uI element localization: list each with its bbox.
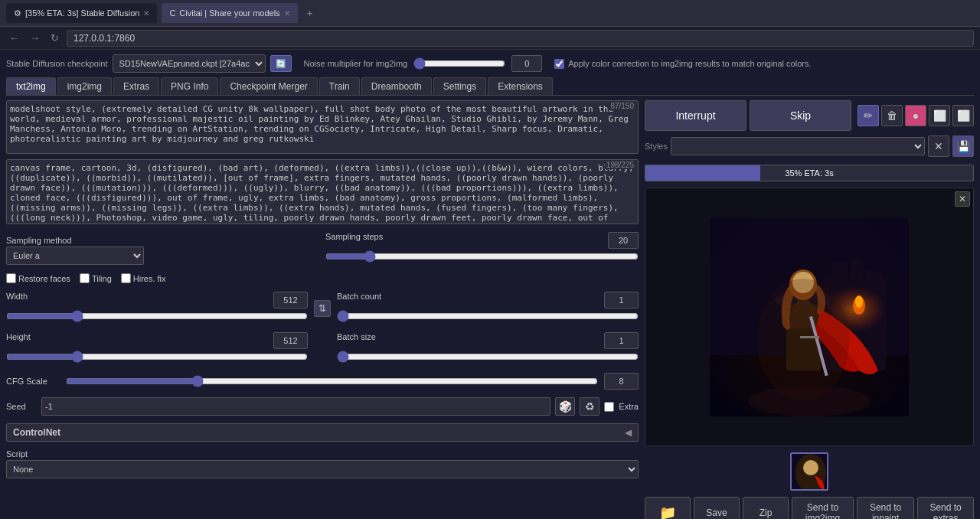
nav-bar: ← → ↻ <box>0 27 980 50</box>
refresh-btn[interactable]: ↻ <box>47 31 62 45</box>
thumbnail-strip <box>645 452 974 491</box>
icon-pink-btn[interactable]: ● <box>905 105 926 126</box>
icon-gray2-btn[interactable]: ⬜ <box>952 105 974 126</box>
height-batchsize-row: Height 512 Batch size 1 <box>6 332 639 365</box>
sampling-steps-value[interactable]: 20 <box>608 232 639 249</box>
script-label: Script <box>6 449 639 459</box>
batch-size-label: Batch size <box>337 332 376 349</box>
back-btn[interactable]: ← <box>6 31 22 45</box>
seed-extra-checkbox[interactable] <box>604 402 614 412</box>
stable-diffusion-app: Stable Diffusion checkpoint SD15NewVAEpr… <box>0 50 980 519</box>
tab-civitai[interactable]: C Civitai | Share your models ✕ <box>162 3 297 23</box>
batch-size-value[interactable]: 1 <box>604 332 639 349</box>
zip-btn[interactable]: Zip <box>743 497 789 519</box>
color-correction-label: Apply color correction to img2img result… <box>568 59 811 68</box>
sampling-steps-slider[interactable] <box>325 250 639 263</box>
restore-faces-label[interactable]: Restore faces <box>6 273 70 283</box>
tab-stable-diffusion[interactable]: ⚙ [35% ETA: 3s] Stable Diffusion ✕ <box>6 3 157 23</box>
send-to-img2img-btn[interactable]: Send to img2img <box>792 497 854 519</box>
tab-btn-img2img[interactable]: img2img <box>57 77 112 95</box>
controlnet-row[interactable]: ControlNet ◀ <box>6 423 639 442</box>
tiling-checkbox[interactable] <box>80 273 90 283</box>
seed-dice-btn[interactable]: 🎲 <box>555 397 575 416</box>
cfg-value[interactable]: 8 <box>604 373 639 390</box>
image-area: ✕ <box>645 188 974 446</box>
icon-trash-btn[interactable]: 🗑 <box>881 105 903 126</box>
svg-point-18 <box>757 279 849 401</box>
tab-btn-settings[interactable]: Settings <box>433 77 486 95</box>
width-slider[interactable] <box>6 310 308 322</box>
seed-recycle-btn[interactable]: ♻ <box>580 397 599 416</box>
color-correction-section: Apply color correction to img2img result… <box>554 59 811 69</box>
thumbnail-item[interactable] <box>790 452 828 491</box>
icon-edit-btn[interactable]: ✏ <box>858 105 879 126</box>
negative-prompt-textarea[interactable]: canvas frame, cartoon, 3d, (disfigured),… <box>6 159 639 224</box>
hires-fix-label[interactable]: Hires. fix <box>121 273 166 283</box>
seed-label: Seed <box>6 402 37 411</box>
batch-count-slider[interactable] <box>337 310 639 322</box>
sampling-row: Sampling method Euler a Sampling steps 2… <box>6 232 639 265</box>
cfg-slider[interactable] <box>66 375 598 387</box>
top-controls: Stable Diffusion checkpoint SD15NewVAEpr… <box>6 54 974 73</box>
tab-btn-checkpoint-merger[interactable]: Checkpoint Merger <box>220 77 317 95</box>
styles-select[interactable] <box>671 137 925 155</box>
sampling-method-select[interactable]: Euler a <box>6 246 144 265</box>
script-select[interactable]: None <box>6 460 639 478</box>
tab-btn-pnginfo[interactable]: PNG Info <box>161 77 218 95</box>
batch-count-label: Batch count <box>337 292 381 308</box>
sampling-steps-group: Sampling steps 20 <box>325 232 639 265</box>
tab-close-icon[interactable]: ✕ <box>143 9 149 18</box>
interrupt-btn[interactable]: Interrupt <box>645 100 746 131</box>
width-value[interactable]: 512 <box>273 292 308 308</box>
styles-apply-btn[interactable]: ✕ <box>928 135 949 157</box>
sampling-method-label: Sampling method <box>6 236 319 245</box>
positive-prompt-container: modelshoot style, (extremely detailed CG… <box>6 100 639 156</box>
noise-value[interactable]: 0 <box>511 55 542 72</box>
folder-btn[interactable]: 📁 <box>645 497 691 519</box>
civitai-close-icon[interactable]: ✕ <box>284 9 290 18</box>
send-to-extras-btn[interactable]: Send to extras <box>917 497 974 519</box>
width-label: Width <box>6 292 28 308</box>
svg-point-21 <box>803 460 818 475</box>
height-slider[interactable] <box>6 351 308 363</box>
styles-save-btn[interactable]: 💾 <box>952 135 974 157</box>
close-image-btn[interactable]: ✕ <box>955 191 970 207</box>
batch-size-slider[interactable] <box>337 351 639 363</box>
seed-extra-label: Extra <box>619 402 639 411</box>
checkpoint-refresh-btn[interactable]: 🔄 <box>270 55 292 72</box>
seed-input[interactable]: -1 <box>41 397 550 416</box>
tab-btn-txt2img[interactable]: txt2img <box>6 77 56 95</box>
progress-container: 35% ETA: 3s <box>645 165 974 181</box>
right-panel: Interrupt Skip ✏ 🗑 ● ⬜ ⬜ Styles ✕ 💾 <box>645 100 974 519</box>
batch-count-value[interactable]: 1 <box>604 292 639 308</box>
color-correction-checkbox[interactable] <box>554 59 564 69</box>
height-value[interactable]: 512 <box>273 332 308 349</box>
checkpoint-select[interactable]: SD15NewVAEpruned.ckpt [27a4ac756c] <box>113 54 266 73</box>
tab-btn-train[interactable]: Train <box>319 77 360 95</box>
swap-dimensions-btn[interactable]: ⇅ <box>314 300 331 317</box>
skip-btn[interactable]: Skip <box>750 100 851 131</box>
tab-btn-dreambooth[interactable]: Dreambooth <box>361 77 432 95</box>
checkpoint-section: Stable Diffusion checkpoint SD15NewVAEpr… <box>6 54 292 73</box>
tab-btn-extras[interactable]: Extras <box>113 77 159 95</box>
send-to-inpaint-btn[interactable]: Send to inpaint <box>857 497 914 519</box>
noise-section: Noise multiplier for img2img 0 <box>304 55 543 72</box>
new-tab-btn[interactable]: + <box>302 5 318 21</box>
seed-row: Seed -1 🎲 ♻ Extra <box>6 397 639 416</box>
noise-slider[interactable] <box>413 57 505 70</box>
tiling-label[interactable]: Tiling <box>80 273 112 283</box>
save-btn[interactable]: Save <box>694 497 740 519</box>
icon-gray1-btn[interactable]: ⬜ <box>929 105 950 126</box>
svg-rect-4 <box>851 260 863 286</box>
civitai-label: Civitai | Share your models <box>179 8 279 18</box>
tab-favicon: ⚙ <box>14 8 21 18</box>
positive-prompt-textarea[interactable]: modelshoot style, (extremely detailed CG… <box>6 100 639 154</box>
restore-faces-checkbox[interactable] <box>6 273 16 283</box>
script-row: Script None <box>6 449 639 478</box>
tab-btn-extensions[interactable]: Extensions <box>488 77 553 95</box>
url-input[interactable] <box>67 30 974 47</box>
hires-fix-checkbox[interactable] <box>121 273 131 283</box>
forward-btn[interactable]: → <box>27 31 43 45</box>
cfg-label: CFG Scale <box>6 377 60 386</box>
icon-row-top: ✏ 🗑 ● ⬜ ⬜ <box>858 105 974 126</box>
